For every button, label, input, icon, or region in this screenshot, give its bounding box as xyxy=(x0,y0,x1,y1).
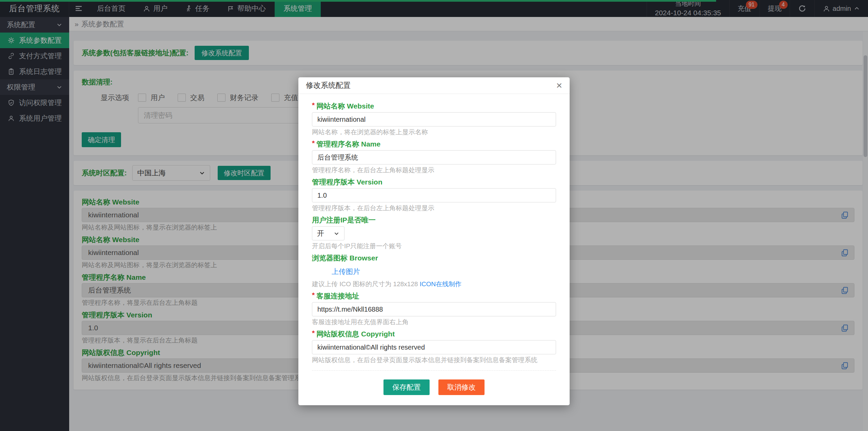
field-unique-ip: 用户注册IP是否唯一 开 开启后每个IP只能注册一个账号 xyxy=(312,216,556,250)
modal-title: 修改系统配置 xyxy=(306,80,351,91)
icon-maker-link[interactable]: ICON在线制作 xyxy=(420,280,462,288)
save-config-button[interactable]: 保存配置 xyxy=(383,379,430,395)
unique-ip-select[interactable]: 开 xyxy=(312,226,344,240)
field-help: 客服连接地址用在充值界面右上角 xyxy=(312,318,556,326)
field-help: 管理程序版本，在后台左上角标题处理显示 xyxy=(312,204,556,212)
upload-image-link[interactable]: 上传图片 xyxy=(332,267,360,276)
field-help: 网站版权信息，在后台登录页面显示版本信息并链接到备案到信息备案管理系统 xyxy=(312,356,556,364)
unique-ip-value: 开 xyxy=(317,229,324,238)
field-label: 管理程序版本 Version xyxy=(312,178,382,186)
field-label: 客服连接地址 xyxy=(316,292,359,300)
field-help: 管理程序名称，在后台左上角标题处理显示 xyxy=(312,166,556,174)
field-help: 网站名称，将在浏览器的标签上显示名称 xyxy=(312,129,556,136)
field-label: 浏览器图标 Browser xyxy=(312,254,378,262)
required-asterisk: * xyxy=(312,329,315,337)
required-asterisk: * xyxy=(312,101,315,109)
support-link-input[interactable] xyxy=(312,302,556,316)
field-help: 开启后每个IP只能注册一个账号 xyxy=(312,242,556,250)
field-support-link: * 客服连接地址 客服连接地址用在充值界面右上角 xyxy=(312,292,556,326)
field-admin-version: 管理程序版本 Version 管理程序版本，在后台左上角标题处理显示 xyxy=(312,178,556,212)
field-label: 管理程序名称 Name xyxy=(316,140,380,148)
website-name-input[interactable] xyxy=(312,112,556,126)
field-help: 建议上传 ICO 图标的尺寸为 128x128 ICON在线制作 xyxy=(312,280,556,288)
field-label: 网站版权信息 Copyright xyxy=(316,330,395,338)
ico-size-hint: 建议上传 ICO 图标的尺寸为 128x128 xyxy=(312,280,420,288)
cancel-modify-button[interactable]: 取消修改 xyxy=(438,379,485,395)
field-admin-name: * 管理程序名称 Name 管理程序名称，在后台左上角标题处理显示 xyxy=(312,140,556,174)
field-label: 用户注册IP是否唯一 xyxy=(312,216,376,224)
admin-app: 后台管理系统 后台首页 用户 任务 xyxy=(0,0,868,431)
required-asterisk: * xyxy=(312,139,315,147)
field-label: 网站名称 Website xyxy=(316,102,374,110)
chevron-down-icon xyxy=(334,231,339,236)
admin-version-input[interactable] xyxy=(312,188,556,202)
required-asterisk: * xyxy=(312,291,315,299)
field-website-name: * 网站名称 Website 网站名称，将在浏览器的标签上显示名称 xyxy=(312,102,556,136)
modify-system-config-modal: 修改系统配置 × * 网站名称 Website 网站名称，将在浏览器的标签上显示… xyxy=(298,77,570,405)
copyright-input[interactable] xyxy=(312,340,556,354)
modal-body: * 网站名称 Website 网站名称，将在浏览器的标签上显示名称 * 管理程序… xyxy=(298,94,570,405)
field-copyright: * 网站版权信息 Copyright 网站版权信息，在后台登录页面显示版本信息并… xyxy=(312,330,556,364)
field-browser-icon: 浏览器图标 Browser 上传图片 建议上传 ICO 图标的尺寸为 128x1… xyxy=(312,254,556,288)
close-icon[interactable]: × xyxy=(556,80,562,91)
admin-name-input[interactable] xyxy=(312,150,556,164)
modal-footer: 保存配置 取消修改 xyxy=(312,370,556,405)
modal-header: 修改系统配置 × xyxy=(298,77,570,94)
